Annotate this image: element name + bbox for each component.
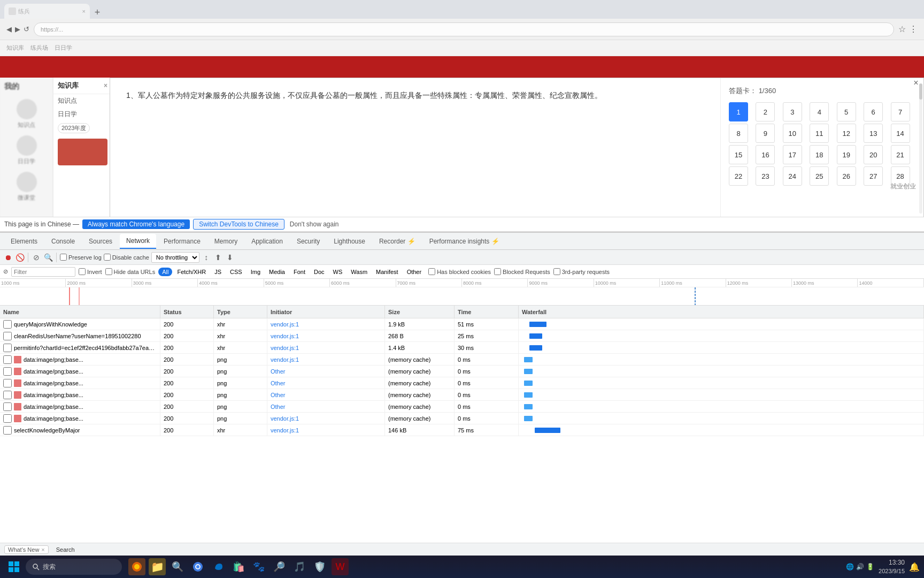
import-export-icon[interactable]: ↕ xyxy=(202,253,211,262)
quiz-grid-btn-6[interactable]: 6 xyxy=(864,102,883,121)
taskbar-app-edge[interactable] xyxy=(210,558,227,575)
filter-chip-other[interactable]: Other xyxy=(403,268,426,276)
tab-recorder[interactable]: Recorder ⚡ xyxy=(373,234,422,249)
filter-chip-img[interactable]: Img xyxy=(247,268,264,276)
row-select-checkbox[interactable] xyxy=(3,426,12,435)
invert-checkbox[interactable]: Invert xyxy=(79,268,102,275)
taskbar-app-misc4[interactable]: 🛡️ xyxy=(311,558,328,575)
td-initiator[interactable]: vendor.js:1 xyxy=(267,413,385,424)
tab-sources[interactable]: Sources xyxy=(82,234,119,249)
quiz-grid-btn-8[interactable]: 8 xyxy=(729,124,748,143)
taskbar-time-display[interactable]: 13:30 2023/9/15 xyxy=(879,558,905,575)
row-select-checkbox[interactable] xyxy=(3,414,12,423)
taskbar-search-bar[interactable]: 搜索 xyxy=(26,559,122,575)
td-initiator[interactable]: Other xyxy=(267,401,385,412)
td-initiator[interactable]: Other xyxy=(267,366,385,377)
quiz-grid-btn-23[interactable]: 23 xyxy=(756,166,775,186)
quiz-grid-btn-10[interactable]: 10 xyxy=(783,124,802,143)
filter-chip-media[interactable]: Media xyxy=(265,268,289,276)
disable-cache-input[interactable] xyxy=(104,254,111,261)
preserve-log-checkbox[interactable]: Preserve log xyxy=(60,254,102,261)
tab-memory[interactable]: Memory xyxy=(208,234,244,249)
quiz-grid-btn-18[interactable]: 18 xyxy=(810,145,829,164)
quiz-grid-btn-21[interactable]: 21 xyxy=(891,145,910,164)
row-select-checkbox[interactable] xyxy=(3,379,12,387)
always-match-button[interactable]: Always match Chrome's language xyxy=(82,219,190,229)
quiz-grid-btn-7[interactable]: 7 xyxy=(891,102,910,121)
knowledge-item-2023[interactable]: 2023年度 xyxy=(53,121,112,135)
quiz-grid-btn-22[interactable]: 22 xyxy=(729,166,748,186)
throttling-select[interactable]: No throttling xyxy=(151,252,199,263)
quiz-grid-btn-5[interactable]: 5 xyxy=(837,102,856,121)
quiz-scrollbar[interactable] xyxy=(919,83,922,214)
stop-recording-icon[interactable]: ⏺ xyxy=(3,253,13,262)
search-icon[interactable]: 🔍 xyxy=(43,253,53,262)
dont-show-again-text[interactable]: Don't show again xyxy=(290,220,339,228)
row-select-checkbox[interactable] xyxy=(3,355,12,364)
quiz-grid-btn-1[interactable]: 1 xyxy=(729,102,748,121)
third-party-checkbox[interactable]: 3rd-party requests xyxy=(553,268,610,275)
quiz-grid-btn-14[interactable]: 14 xyxy=(891,124,910,143)
table-row[interactable]: selectKnowledgeByMajor200xhrvendor.js:11… xyxy=(0,424,924,436)
filter-chip-ws[interactable]: WS xyxy=(329,268,346,276)
knowledge-item-rirxue[interactable]: 日日学 xyxy=(53,108,112,121)
invert-input[interactable] xyxy=(79,268,86,275)
taskbar-app-firefox[interactable] xyxy=(128,558,145,575)
taskbar-app-misc1[interactable]: 🐾 xyxy=(250,558,267,575)
table-row[interactable]: cleanRedisUserName?userName=189510022802… xyxy=(0,330,924,342)
row-select-checkbox[interactable] xyxy=(3,332,12,340)
clear-icon[interactable]: 🚫 xyxy=(15,253,25,262)
filter-chip-font[interactable]: Font xyxy=(290,268,309,276)
switch-devtools-button[interactable]: Switch DevTools to Chinese xyxy=(193,219,284,230)
taskbar-app-files[interactable]: 📁 xyxy=(149,558,166,575)
table-row[interactable]: data:image/png;base...200pngOther(memory… xyxy=(0,377,924,389)
export-icon[interactable]: ⬆ xyxy=(213,253,223,262)
td-initiator[interactable]: vendor.js:1 xyxy=(267,424,385,436)
quiz-grid-btn-26[interactable]: 26 xyxy=(837,166,856,186)
td-initiator[interactable]: vendor.js:1 xyxy=(267,318,385,330)
td-initiator[interactable]: vendor.js:1 xyxy=(267,330,385,341)
taskbar-app-misc5[interactable]: W xyxy=(332,558,349,575)
blocked-requests-checkbox[interactable]: Blocked Requests xyxy=(494,268,550,275)
quiz-grid-btn-11[interactable]: 11 xyxy=(810,124,829,143)
hide-data-urls-input[interactable] xyxy=(105,268,112,275)
quiz-grid-btn-20[interactable]: 20 xyxy=(864,145,883,164)
tab-performance-insights[interactable]: Performance insights ⚡ xyxy=(423,234,506,249)
quiz-grid-btn-19[interactable]: 19 xyxy=(837,145,856,164)
tab-console[interactable]: Console xyxy=(45,234,81,249)
quiz-grid-btn-25[interactable]: 25 xyxy=(810,166,829,186)
blocked-requests-input[interactable] xyxy=(494,268,501,275)
has-blocked-cookies-input[interactable] xyxy=(428,268,435,275)
table-row[interactable]: data:image/png;base...200pngOther(memory… xyxy=(0,366,924,377)
filter-chip-all[interactable]: All xyxy=(158,268,172,276)
filter-input[interactable] xyxy=(11,267,75,277)
table-row[interactable]: data:image/png;base...200pngvendor.js:1(… xyxy=(0,354,924,366)
notification-icon[interactable]: 🔔 xyxy=(909,562,920,572)
td-initiator[interactable]: vendor.js:1 xyxy=(267,354,385,365)
filter-chip-wasm[interactable]: Wasm xyxy=(347,268,371,276)
table-row[interactable]: queryMajorsWithKnowledge200xhrvendor.js:… xyxy=(0,318,924,330)
row-select-checkbox[interactable] xyxy=(3,344,12,352)
import-icon[interactable]: ⬇ xyxy=(225,253,235,262)
disable-cache-checkbox[interactable]: Disable cache xyxy=(104,254,149,261)
third-party-input[interactable] xyxy=(553,268,560,275)
table-row[interactable]: data:image/png;base...200pngvendor.js:1(… xyxy=(0,413,924,424)
knowledge-item-zhishidian[interactable]: 知识点 xyxy=(53,94,112,108)
row-select-checkbox[interactable] xyxy=(3,367,12,376)
td-initiator[interactable]: Other xyxy=(267,377,385,389)
taskbar-app-misc3[interactable]: 🎵 xyxy=(291,558,308,575)
quiz-grid-btn-27[interactable]: 27 xyxy=(864,166,883,186)
quiz-grid-btn-3[interactable]: 3 xyxy=(783,102,802,121)
search-tab[interactable]: Search xyxy=(53,546,78,553)
filter-chip-css[interactable]: CSS xyxy=(226,268,246,276)
filter-chip-doc[interactable]: Doc xyxy=(310,268,328,276)
td-initiator[interactable]: Other xyxy=(267,389,385,400)
quiz-grid-btn-2[interactable]: 2 xyxy=(756,102,775,121)
whats-new-tab[interactable]: What's New × xyxy=(4,545,49,554)
filter-chip-manifest[interactable]: Manifest xyxy=(372,268,402,276)
taskbar-app-misc2[interactable]: 🔎 xyxy=(271,558,288,575)
filter-chip-xhr[interactable]: Fetch/XHR xyxy=(173,268,210,276)
filter-chip-js[interactable]: JS xyxy=(211,268,225,276)
quiz-grid-btn-17[interactable]: 17 xyxy=(783,145,802,164)
hide-data-urls-checkbox[interactable]: Hide data URLs xyxy=(105,268,156,275)
